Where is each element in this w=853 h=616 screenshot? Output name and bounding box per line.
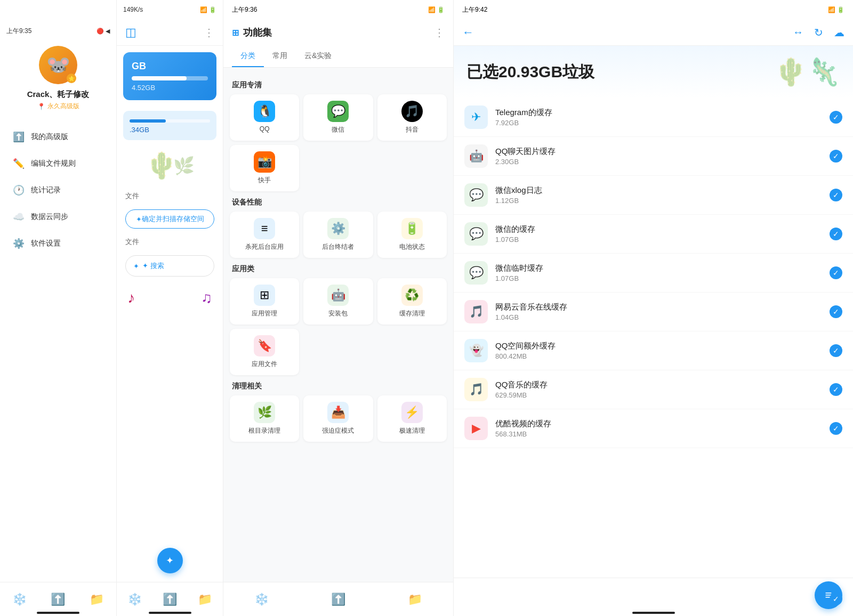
p4-header-actions: ↔ ↻ ☁: [793, 26, 844, 39]
p2-tab-wind[interactable]: ❄️: [127, 593, 142, 606]
p4-item-name-youku: 优酷视频的缓存: [495, 419, 822, 429]
premium-icon: ⬆️: [13, 131, 25, 143]
wechat-xlog-app-icon: 💬: [464, 183, 488, 207]
p3-tab-up[interactable]: ⬆️: [331, 593, 345, 606]
p3-grid-clean: 🌿 根目录清理 📥 强迫症模式 ⚡ 极速清理: [230, 395, 447, 442]
p2-fab-button[interactable]: ✦: [157, 548, 183, 573]
p2-carousel-icon: ◫: [125, 26, 136, 39]
p3-label-apk: 安装包: [328, 309, 348, 318]
check-youku[interactable]: ✓: [830, 422, 842, 435]
tab-common[interactable]: 常用: [264, 46, 296, 67]
sidebar-item-settings[interactable]: ⚙️ 软件设置: [0, 230, 116, 257]
p3-title-text: 功能集: [243, 26, 272, 39]
check-wechat-cache[interactable]: ✓: [830, 228, 842, 240]
p3-title: ⊞ 功能集: [232, 26, 272, 39]
p3-section-apps: 应用类: [232, 264, 445, 274]
p2-storage-title: GB: [132, 61, 208, 72]
p4-item-name-wechat-xlog: 微信xlog日志: [495, 185, 822, 196]
status-time-p1: 上午9:35: [6, 27, 31, 36]
sidebar-item-cloud[interactable]: ☁️ 数据云同步: [0, 204, 116, 230]
p4-bottom-bar: ≡ ✓: [454, 578, 853, 612]
check-qq-chat[interactable]: ✓: [830, 150, 842, 163]
rules-icon: ✏️: [13, 158, 25, 169]
tab-category[interactable]: 分类: [232, 46, 264, 67]
sidebar-item-rules[interactable]: ✏️ 编辑文件规则: [0, 150, 116, 177]
p3-item-kill-bg[interactable]: ≡ 杀死后台应用: [230, 212, 299, 258]
list-item[interactable]: 👻 QQ空间额外缓存 800.42MB ✓: [454, 331, 853, 370]
list-item[interactable]: 💬 微信临时缓存 1.07GB ✓: [454, 254, 853, 293]
p3-item-dir-clean[interactable]: 🌿 根目录清理: [230, 395, 299, 442]
tab-wind-icon[interactable]: ❄️: [12, 593, 27, 606]
search-button-p2[interactable]: ✦ ✦ 搜索: [125, 255, 214, 277]
p3-label-qq: QQ: [260, 125, 270, 133]
p3-item-battery[interactable]: 🔋 电池状态: [377, 212, 447, 258]
sidebar-label-cloud: 数据云同步: [31, 212, 68, 222]
panel-file-manager: 149K/s 📶🔋 ◫ ⋮ GB 4.52GB .34GB 🌵 🌿 文件 ✦ 确…: [116, 0, 223, 616]
p4-item-size-qqzone: 800.42MB: [495, 352, 822, 360]
list-item[interactable]: 🎵 网易云音乐在线缓存 1.04GB ✓: [454, 293, 853, 331]
avatar-badge: ⭐: [67, 74, 76, 83]
kill-bg-icon: ≡: [254, 218, 275, 239]
sidebar-item-premium[interactable]: ⬆️ 我的高级版: [0, 124, 116, 150]
p2-tab-folder[interactable]: 📁: [198, 593, 212, 606]
panel-junk-cleaner: 上午9:42 📶🔋 ← ↔ ↻ ☁ 已选20.93GB垃圾 🌵🦎 ✈ Teleg…: [453, 0, 853, 616]
p3-item-qq[interactable]: 🐧 QQ: [230, 94, 299, 141]
p3-item-app-files[interactable]: 🔖 应用文件: [230, 329, 299, 375]
p3-item-app-manage[interactable]: ⊞ 应用管理: [230, 278, 299, 325]
list-item[interactable]: 🤖 QQ聊天图片缓存 2.30GB ✓: [454, 137, 853, 176]
tab-folder-icon[interactable]: 📁: [90, 593, 104, 606]
p3-item-ocd-mode[interactable]: 📥 强迫症模式: [303, 395, 373, 442]
refresh-icon[interactable]: ↻: [814, 26, 823, 39]
p3-item-kuaishou[interactable]: 📸 快手: [230, 145, 299, 191]
list-item[interactable]: 🎵 QQ音乐的缓存 629.59MB ✓: [454, 370, 853, 409]
p3-tab-wind[interactable]: ❄️: [254, 593, 269, 606]
p2-more-icon[interactable]: ⋮: [204, 26, 214, 39]
wechat-tmp-app-icon: 💬: [464, 261, 488, 285]
cache-clean-icon: ♻️: [401, 285, 423, 306]
back-button[interactable]: ←: [462, 26, 474, 39]
tab-cloud-experiment[interactable]: 云&实验: [296, 46, 340, 67]
swap-icon[interactable]: ↔: [793, 26, 803, 39]
status-icons-p2: 📶🔋: [200, 6, 216, 13]
p3-bottom-tabs: ❄️ ⬆️ 📁: [223, 582, 453, 616]
p2-header: ◫ ⋮: [117, 19, 223, 46]
check-netease[interactable]: ✓: [830, 305, 842, 318]
sidebar-item-stats[interactable]: 🕐 统计记录: [0, 177, 116, 204]
p3-grid-icon: ⊞: [232, 28, 239, 38]
p3-item-apk[interactable]: 🤖 安装包: [303, 278, 373, 325]
bottom-tabs-p1: ❄️ ⬆️ 📁: [0, 582, 116, 616]
p3-label-dir-clean: 根目录清理: [248, 426, 280, 435]
p4-item-size-wechat-tmp: 1.07GB: [495, 274, 822, 282]
p4-item-info-youku: 优酷视频的缓存 568.31MB: [495, 419, 822, 438]
telegram-app-icon: ✈: [464, 106, 488, 129]
check-qqmusic[interactable]: ✓: [830, 383, 842, 396]
p4-item-info-netease: 网易云音乐在线缓存 1.04GB: [495, 302, 822, 321]
list-item[interactable]: 💬 微信xlog日志 1.12GB ✓: [454, 176, 853, 215]
list-item[interactable]: ▶ 优酷视频的缓存 568.31MB ✓: [454, 409, 853, 448]
p3-item-douyin[interactable]: 🎵 抖音: [377, 94, 447, 141]
cloud-upload-icon[interactable]: ☁: [834, 26, 844, 39]
p3-item-bg-killer[interactable]: ⚙️ 后台终结者: [303, 212, 373, 258]
p3-item-fast-clean[interactable]: ⚡ 极速清理: [377, 395, 447, 442]
p3-item-cache-clean[interactable]: ♻️ 缓存清理: [377, 278, 447, 325]
settings-icon: ⚙️: [13, 238, 25, 249]
check-wechat-xlog[interactable]: ✓: [830, 189, 842, 201]
tab-up-icon[interactable]: ⬆️: [51, 593, 65, 606]
p3-status-bar: 上午9:36 📶🔋: [223, 0, 453, 19]
p2-bottom-tabs: ❄️ ⬆️ 📁: [117, 582, 223, 616]
p4-status-time: 上午9:42: [462, 5, 487, 14]
list-item[interactable]: ✈ Telegram的缓存 7.92GB ✓: [454, 98, 853, 137]
check-wechat-tmp[interactable]: ✓: [830, 266, 842, 279]
list-item[interactable]: 💬 微信的缓存 1.07GB ✓: [454, 215, 853, 254]
p2-storage-bar: [132, 76, 208, 80]
p4-item-name-qq-chat: QQ聊天图片缓存: [495, 147, 822, 157]
p4-item-size-qq-chat: 2.30GB: [495, 158, 822, 166]
check-telegram[interactable]: ✓: [830, 111, 842, 124]
scan-storage-button[interactable]: ✦ 确定并扫描存储空间: [125, 209, 214, 229]
p3-more-icon[interactable]: ⋮: [434, 26, 445, 39]
p3-label-douyin: 抖音: [406, 125, 419, 134]
p2-tab-up[interactable]: ⬆️: [163, 593, 177, 606]
check-qqzone[interactable]: ✓: [830, 344, 842, 357]
p3-tab-folder[interactable]: 📁: [408, 593, 422, 606]
p3-item-wechat[interactable]: 💬 微信: [303, 94, 373, 141]
